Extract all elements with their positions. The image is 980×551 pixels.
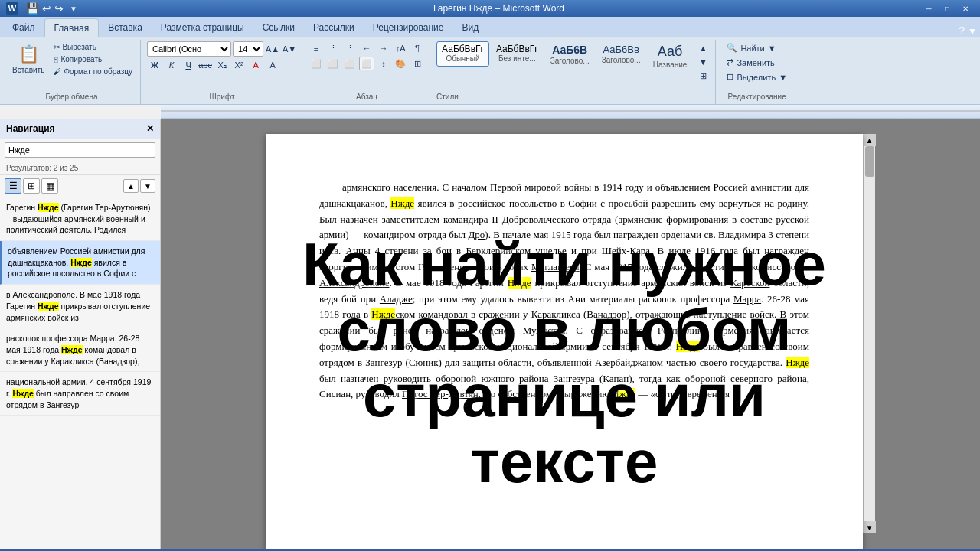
styles-scroll-down[interactable]: ▼ — [695, 55, 710, 69]
view-btn-thumb[interactable]: ▦ — [41, 178, 58, 194]
underline-syunik: Сюник — [409, 357, 439, 368]
ribbon-tabs: Файл Главная Вставка Разметка страницы С… — [0, 17, 980, 37]
minimize-button[interactable]: ─ — [920, 2, 937, 15]
indent-decrease-button[interactable]: ← — [359, 41, 374, 55]
help-icon[interactable]: ? — [959, 24, 965, 37]
shading-button[interactable]: 🎨 — [393, 57, 408, 70]
nav-items: Гарегин Нжде (Гарегин Тер-Арутюнян) – вы… — [0, 197, 160, 549]
scrollbar[interactable]: ▲ ▼ — [863, 134, 875, 533]
shrink-font-button[interactable]: A▼ — [282, 42, 297, 56]
style-heading1[interactable]: АаБ6В Заголово... — [545, 41, 595, 69]
nav-prev-button[interactable]: ▲ — [123, 179, 139, 193]
select-icon: ⊡ — [727, 72, 733, 82]
style-normal-label: Обычный — [446, 54, 479, 64]
styles-scroll-up[interactable]: ▲ — [695, 41, 710, 55]
tab-references[interactable]: Ссылки — [253, 18, 304, 37]
nav-item-1[interactable]: объявлением Россией амнистии для дашнакц… — [0, 241, 160, 285]
style-normal[interactable]: АаБбВвГг Обычный — [436, 41, 489, 67]
align-left-button[interactable]: ⬜ — [309, 57, 324, 70]
close-button[interactable]: ✕ — [957, 2, 974, 15]
cut-button[interactable]: ✂ Вырезать — [51, 41, 136, 53]
show-hide-button[interactable]: ¶ — [410, 41, 425, 55]
underline-kars: Карсской — [730, 277, 769, 289]
line-spacing-button[interactable]: ↕ — [376, 57, 391, 70]
document-area[interactable]: Как найти нужное слово в любом странице … — [161, 119, 980, 549]
font-name-select[interactable]: Calibri (Осно — [147, 41, 231, 57]
highlight-button[interactable]: A — [265, 58, 280, 72]
bold-button[interactable]: Ж — [147, 58, 162, 72]
maximize-button[interactable]: □ — [939, 2, 956, 15]
replace-icon: ⇄ — [727, 57, 733, 67]
indent-increase-button[interactable]: → — [376, 41, 391, 55]
subscript-button[interactable]: X₂ — [214, 58, 230, 72]
highlight-4: Нжде — [676, 341, 700, 352]
text-color-button[interactable]: A — [248, 58, 263, 72]
bullets-button[interactable]: ≡ — [309, 41, 324, 55]
scroll-thumb[interactable] — [865, 146, 874, 177]
ribbon-expand-icon[interactable]: ▼ — [968, 26, 977, 37]
grow-font-button[interactable]: A▲ — [265, 42, 280, 56]
styles-group: АаБбВвГг Обычный АаБбВвГг Без инте... Аа… — [432, 40, 716, 104]
undo-qat-icon[interactable]: ↩ — [42, 2, 51, 15]
cut-icon: ✂ — [54, 43, 60, 51]
nav-item-4[interactable]: национальной армии. 4 сентября 1919 г. Н… — [0, 372, 160, 416]
nav-title: Навигация — [6, 123, 55, 134]
multilevel-button[interactable]: ⋮ — [342, 41, 358, 55]
scroll-down-button[interactable]: ▼ — [864, 521, 876, 533]
nav-item-3[interactable]: раскопок профессора Марра. 26-28 мая 191… — [0, 328, 160, 372]
copy-icon: ⎘ — [54, 55, 58, 64]
sort-button[interactable]: ↕A — [393, 41, 408, 55]
scroll-track[interactable] — [864, 146, 875, 521]
paragraph-group: ≡ ⋮ ⋮ ← → ↕A ¶ ⬜ ⬜ ⬜ ⬜ ↕ 🎨 ⊞ — [304, 40, 430, 104]
doc-paragraph: армянского населения. С началом Первой м… — [319, 180, 809, 403]
underline-dro: Дро — [468, 229, 485, 240]
tab-file[interactable]: Файл — [3, 18, 44, 37]
nav-item-2[interactable]: в Александрополе. В мае 1918 года Гареги… — [0, 285, 160, 328]
tab-home[interactable]: Главная — [44, 18, 100, 37]
editing-group: 🔍 Найти ▼ ⇄ Заменить ⊡ Выделить ▼ Редакт… — [717, 40, 796, 104]
tab-view[interactable]: Вид — [452, 18, 488, 37]
find-button[interactable]: 🔍 Найти ▼ — [722, 41, 780, 54]
underline-button[interactable]: Ч — [181, 58, 196, 72]
align-center-button[interactable]: ⬜ — [325, 57, 341, 70]
style-heading2[interactable]: АаБ6Вв Заголово... — [596, 41, 646, 68]
qat-expand-icon[interactable]: ▼ — [70, 5, 77, 13]
view-btn-list[interactable]: ☰ — [5, 178, 21, 194]
nav-next-button[interactable]: ▼ — [140, 179, 155, 193]
borders-button[interactable]: ⊞ — [410, 57, 425, 70]
font-size-select[interactable]: 14 — [233, 41, 263, 57]
tab-insert[interactable]: Вставка — [99, 18, 152, 37]
scroll-up-button[interactable]: ▲ — [864, 134, 876, 146]
clipboard-group: 📋 Вставить ✂ Вырезать ⎘ Копировать 🖌 Фор… — [3, 40, 141, 104]
copy-button[interactable]: ⎘ Копировать — [51, 54, 136, 65]
underline-marr: Марра — [733, 293, 761, 305]
paste-button[interactable]: 📋 Вставить — [8, 41, 49, 77]
justify-button[interactable]: ⬜ — [359, 57, 374, 70]
redo-qat-icon[interactable]: ↪ — [54, 2, 64, 15]
tab-mailings[interactable]: Рассылки — [304, 18, 364, 37]
format-painter-icon: 🖌 — [54, 67, 61, 76]
title-bar: W 💾 ↩ ↪ ▼ Гарегин Нжде – Microsoft Word … — [0, 0, 980, 17]
align-right-button[interactable]: ⬜ — [342, 57, 358, 70]
select-button[interactable]: ⊡ Выделить ▼ — [722, 70, 792, 83]
italic-button[interactable]: К — [164, 58, 179, 72]
numbering-button[interactable]: ⋮ — [325, 41, 341, 55]
format-painter-button[interactable]: 🖌 Формат по образцу — [51, 66, 136, 77]
save-qat-icon[interactable]: 💾 — [26, 2, 39, 15]
style-no-spacing[interactable]: АаБбВвГг Без инте... — [491, 41, 544, 67]
tab-review[interactable]: Рецензирование — [364, 18, 453, 37]
highlight-6: Нжде — [612, 388, 635, 399]
replace-button[interactable]: ⇄ Заменить — [722, 56, 779, 69]
nav-search-input[interactable] — [5, 142, 155, 158]
styles-dialog[interactable]: ⊞ — [695, 69, 710, 83]
tab-layout[interactable]: Разметка страницы — [152, 18, 253, 37]
style-title[interactable]: Ааб Название — [648, 41, 693, 73]
nav-item-0[interactable]: Гарегин Нжде (Гарегин Тер-Арутюнян) – вы… — [0, 197, 160, 241]
superscript-button[interactable]: X² — [231, 58, 247, 72]
document-page: Как найти нужное слово в любом странице … — [266, 134, 863, 549]
strikethrough-button[interactable]: abc — [198, 58, 213, 72]
view-btn-grid[interactable]: ⊞ — [23, 178, 40, 194]
select-arrow: ▼ — [779, 73, 787, 82]
nav-close-icon[interactable]: ✕ — [146, 123, 154, 134]
ribbon: Файл Главная Вставка Разметка страницы С… — [0, 17, 980, 105]
